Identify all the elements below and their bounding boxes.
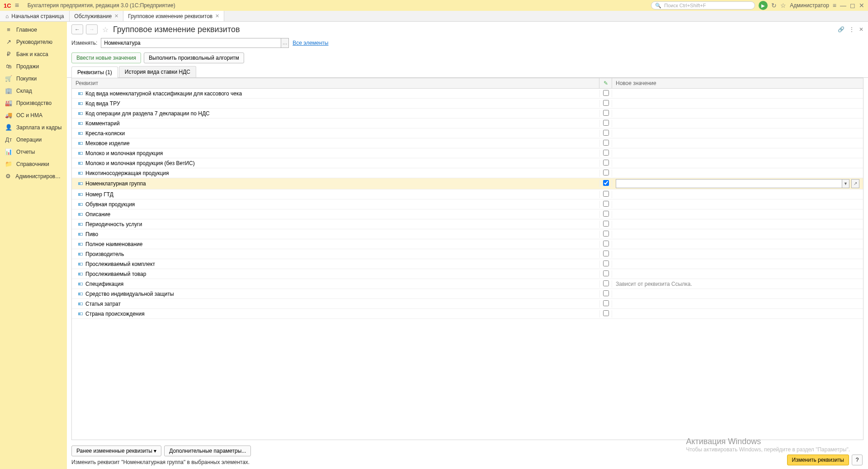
table-row[interactable]: Молоко и молочная продукция — [72, 148, 863, 158]
row-name: Никотиносодержащая продукция — [85, 170, 169, 176]
apply-button[interactable]: Изменить реквизиты — [787, 455, 849, 465]
table-row[interactable]: Код вида номенклатурной классификации дл… — [72, 89, 863, 99]
forward-button[interactable]: → — [86, 24, 98, 34]
table-row[interactable]: Никотиносодержащая продукция — [72, 168, 863, 178]
table-row[interactable]: Полное наименование — [72, 239, 863, 249]
sidebar-item-1[interactable]: ↗Руководителю — [0, 36, 67, 48]
table-row[interactable]: Меховое изделие — [72, 138, 863, 148]
row-checkbox[interactable] — [603, 211, 609, 217]
sidebar-item-2[interactable]: ₽Банк и касса — [0, 48, 67, 60]
favorite-icon[interactable]: ☆ — [780, 2, 786, 9]
table-row[interactable]: СпецификацияЗависит от реквизита Ссылка. — [72, 279, 863, 289]
row-checkbox[interactable] — [603, 251, 609, 256]
row-checkbox[interactable] — [603, 221, 609, 227]
algorithm-button[interactable]: Выполнить произвольный алгоритм — [144, 52, 244, 63]
page-close-icon[interactable]: ✕ — [859, 26, 863, 33]
new-values-button[interactable]: Ввести новые значения — [71, 52, 141, 63]
open-icon[interactable]: ↗ — [851, 179, 859, 188]
sidebar-item-12[interactable]: ⚙Администрирование — [0, 170, 67, 182]
table-row[interactable]: Прослеживаемый товар — [72, 269, 863, 279]
star-icon[interactable]: ☆ — [102, 25, 108, 34]
row-checkbox[interactable] — [603, 261, 609, 266]
table-row[interactable]: Обувная продукция — [72, 199, 863, 209]
tab-close-icon[interactable]: ✕ — [215, 13, 219, 19]
row-checkbox[interactable] — [603, 150, 609, 156]
row-checkbox[interactable] — [603, 201, 609, 207]
sidebar-item-label: Главное — [16, 27, 37, 33]
more-icon[interactable]: ⋮ — [849, 26, 854, 33]
row-checkbox[interactable] — [603, 90, 609, 96]
row-checkbox[interactable] — [603, 231, 609, 237]
col-name-header[interactable]: Реквизит — [72, 78, 599, 88]
search-input[interactable]: 🔍 Поиск Ctrl+Shift+F — [651, 1, 755, 9]
table-row[interactable]: Номер ГТД — [72, 189, 863, 199]
row-checkbox[interactable] — [603, 130, 609, 136]
row-checkbox[interactable] — [603, 280, 609, 286]
table-row[interactable]: Код операции для раздела 7 декларации по… — [72, 109, 863, 118]
close-icon[interactable]: ✕ — [859, 2, 864, 9]
all-elements-link[interactable]: Все элементы — [292, 40, 328, 46]
sidebar-item-8[interactable]: 👤Зарплата и кадры — [0, 121, 67, 133]
sidebar-item-10[interactable]: 📊Отчеты — [0, 146, 67, 158]
help-button[interactable]: ? — [852, 455, 863, 465]
sidebar-item-6[interactable]: 🏭Производство — [0, 97, 67, 109]
sidebar-item-4[interactable]: 🛒Покупки — [0, 72, 67, 85]
row-checkbox[interactable] — [603, 140, 609, 146]
change-input[interactable] — [101, 38, 281, 48]
row-checkbox[interactable] — [603, 100, 609, 106]
table-row[interactable]: Пиво — [72, 229, 863, 239]
table-row[interactable]: Статья затрат — [72, 299, 863, 309]
table-row[interactable]: Страна происхождения — [72, 309, 863, 319]
sidebar-item-11[interactable]: 📁Справочники — [0, 158, 67, 170]
table-row[interactable]: Средство индивидуальной защиты — [72, 289, 863, 299]
table-row[interactable]: Кресла-коляски — [72, 128, 863, 138]
row-checkbox[interactable] — [603, 270, 609, 276]
prev-changed-button[interactable]: Ранее измененные реквизиты ▾ — [71, 445, 161, 456]
change-select-button[interactable]: … — [281, 38, 289, 48]
link-icon[interactable]: 🔗 — [838, 26, 844, 33]
row-checkbox[interactable] — [603, 310, 609, 316]
minimize-icon[interactable]: — — [840, 2, 846, 9]
row-checkbox[interactable] — [603, 120, 609, 126]
table-row[interactable]: Прослеживаемый комплект — [72, 259, 863, 269]
row-checkbox[interactable] — [603, 290, 609, 296]
tab-1[interactable]: Групповое изменение реквизитов✕ — [123, 11, 224, 21]
sidebar-item-5[interactable]: 🏢Склад — [0, 85, 67, 97]
row-checkbox[interactable] — [603, 300, 609, 306]
table-row[interactable]: Код вида ТРУ — [72, 99, 863, 109]
history-icon[interactable]: ↻ — [771, 2, 777, 9]
table-row[interactable]: Молоко и молочная продукция (без ВетИС) — [72, 158, 863, 168]
col-value-header[interactable]: Новое значение — [612, 78, 863, 88]
settings-icon[interactable]: ≡ — [833, 2, 836, 9]
row-checkbox[interactable] — [603, 241, 609, 246]
tab-close-icon[interactable]: ✕ — [114, 13, 118, 19]
table-body[interactable]: Код вида номенклатурной классификации дл… — [72, 89, 863, 440]
row-checkbox[interactable] — [603, 170, 609, 175]
maximize-icon[interactable]: ◻ — [850, 2, 855, 9]
row-checkbox[interactable] — [603, 180, 609, 186]
innertab-0[interactable]: Реквизиты (1) — [71, 66, 118, 78]
col-check-header[interactable]: ✎ — [599, 78, 612, 88]
menu-icon[interactable]: ≡ — [15, 1, 24, 9]
table-row[interactable]: Периодичность услуги — [72, 219, 863, 229]
value-input[interactable] — [616, 179, 842, 188]
sidebar-item-7[interactable]: 🚚ОС и НМА — [0, 109, 67, 121]
row-checkbox[interactable] — [603, 110, 609, 116]
tab-0[interactable]: Обслуживание✕ — [70, 11, 123, 21]
more-params-button[interactable]: Дополнительные параметры... — [164, 445, 251, 456]
row-checkbox[interactable] — [603, 191, 609, 197]
sidebar-item-3[interactable]: 🛍Продажи — [0, 60, 67, 72]
row-checkbox[interactable] — [603, 160, 609, 166]
table-row[interactable]: Комментарий — [72, 118, 863, 128]
user-label[interactable]: Администратор — [790, 2, 829, 9]
dropdown-icon[interactable]: ▼ — [842, 179, 849, 188]
innertab-1[interactable]: История вида ставки НДС — [119, 66, 196, 77]
tab-home[interactable]: ⌂ Начальная страница — [0, 11, 70, 21]
table-row[interactable]: Описание — [72, 209, 863, 219]
notifications-icon[interactable]: ▶ — [759, 1, 768, 10]
sidebar-item-9[interactable]: ДтОперации — [0, 133, 67, 146]
table-row[interactable]: Производитель — [72, 249, 863, 259]
back-button[interactable]: ← — [71, 24, 83, 34]
sidebar-item-0[interactable]: ≡Главное — [0, 24, 67, 36]
table-row[interactable]: Номенклатурная группа▼↗ — [72, 178, 863, 189]
